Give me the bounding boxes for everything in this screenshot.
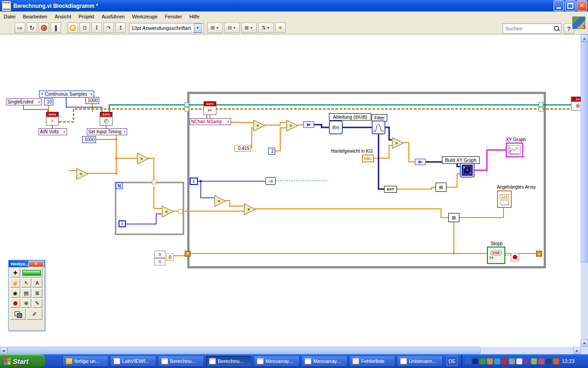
- distribute-objects-dropdown[interactable]: ⊟▼: [224, 23, 240, 33]
- run-button[interactable]: ⇨: [15, 23, 25, 33]
- scroll-left-button[interactable]: ◄: [0, 347, 7, 354]
- to-extended-precision-node[interactable]: EXT: [384, 186, 397, 193]
- while-loop-iteration-terminal[interactable]: i: [190, 178, 198, 185]
- datx-read-block[interactable]: DATX ✂: [204, 101, 216, 115]
- loop-condition-terminal[interactable]: [511, 253, 519, 261]
- horizontal-scroll-thumb[interactable]: [7, 347, 481, 354]
- tray-icon[interactable]: [509, 358, 515, 364]
- tray-icon[interactable]: [546, 358, 552, 364]
- tray-icon[interactable]: [516, 358, 522, 364]
- tool-scroll[interactable]: ≣: [32, 288, 42, 298]
- xy-graph-terminal[interactable]: [506, 143, 523, 157]
- tool-edit-text[interactable]: A: [32, 278, 42, 288]
- minimize-button[interactable]: [554, 0, 564, 11]
- tools-palette-close-button[interactable]: ✕: [28, 261, 44, 267]
- tray-icon[interactable]: [524, 358, 530, 364]
- constant-2[interactable]: 2: [268, 148, 275, 155]
- array-function-node[interactable]: ⊞: [448, 213, 459, 222]
- constant-10[interactable]: 10: [44, 98, 53, 105]
- notification-icon[interactable]: 1: [572, 17, 585, 29]
- tool-breakpoint[interactable]: [10, 299, 20, 308]
- block-diagram-canvas[interactable]: ⇕ Continuous Samples ▼ SingleEnded ▼ 10 …: [0, 34, 581, 347]
- constant-0415[interactable]: 0,415: [234, 145, 251, 152]
- step-over-button[interactable]: ↷: [103, 23, 114, 33]
- tool-operate-value[interactable]: ☝: [10, 278, 20, 288]
- align-objects-dropdown[interactable]: ⊞▼: [207, 23, 223, 33]
- title-bar[interactable]: Berechnung.vi Blockdiagramm * ✕: [0, 0, 588, 12]
- search-input[interactable]: [504, 25, 554, 32]
- multiply-node[interactable]: ×: [162, 206, 174, 218]
- vertical-scrollbar[interactable]: ▲ ▼: [581, 34, 588, 347]
- datx-ain-block[interactable]: DATX ✳: [46, 112, 59, 126]
- taskbar-item[interactable]: Messarray...: [301, 356, 347, 367]
- multiply-node[interactable]: ×: [137, 153, 149, 165]
- vertical-scroll-thumb[interactable]: [581, 42, 588, 263]
- tools-palette[interactable]: Werkze... ✕ ✚ ☝ ↖ A ◉ ▤ ≣ ⊕ ✎: [8, 260, 45, 331]
- close-button[interactable]: ✕: [577, 0, 587, 11]
- single-ended-ring[interactable]: SingleEnded ▼: [6, 98, 42, 105]
- array-function-node[interactable]: ⊞: [435, 183, 447, 192]
- cleanup-diagram-button[interactable]: ✶: [275, 23, 286, 33]
- array-indicator-terminal[interactable]: 123: [497, 190, 512, 208]
- build-xy-graph-express-vi[interactable]: [460, 163, 475, 178]
- tray-icon[interactable]: [494, 358, 500, 364]
- tray-icon[interactable]: [472, 358, 478, 364]
- taskbar-item[interactable]: Unbenann...: [397, 356, 443, 367]
- continuous-samples-ring[interactable]: ⇕ Continuous Samples ▼: [39, 91, 94, 98]
- multiply-node[interactable]: ×: [76, 168, 88, 180]
- pause-button[interactable]: ∥: [51, 23, 61, 33]
- set-input-timing-ring[interactable]: Set Input Timing ▼: [87, 128, 127, 135]
- highlight-execution-button[interactable]: [68, 23, 78, 33]
- step-out-button[interactable]: ↥: [115, 23, 126, 33]
- divide-node[interactable]: ×: [286, 120, 298, 132]
- tool-probe[interactable]: ⊕: [21, 299, 31, 308]
- shift-register-left[interactable]: ▼: [185, 251, 191, 257]
- scroll-right-button[interactable]: ►: [573, 347, 581, 354]
- datx-clear-block[interactable]: DA ⊗: [571, 97, 581, 110]
- menu-projekt[interactable]: Projekt: [75, 12, 98, 21]
- tool-set-color[interactable]: [10, 309, 26, 320]
- ain-volts-ring[interactable]: AIN Volts ▼: [39, 128, 67, 135]
- convert-to-dynamic-icon[interactable]: ▮▶: [415, 159, 426, 165]
- tool-shortcut-menu[interactable]: ▤: [21, 288, 31, 298]
- menu-werkzeuge[interactable]: Werkzeuge: [128, 12, 161, 21]
- tool-auto-led[interactable]: [21, 268, 42, 277]
- multiply-node[interactable]: ×: [253, 120, 265, 132]
- tray-icon[interactable]: [480, 358, 486, 364]
- tray-icon[interactable]: [553, 358, 559, 364]
- for-loop-iteration-terminal[interactable]: i: [119, 220, 126, 227]
- taskbar-item[interactable]: Messarray...: [254, 356, 300, 367]
- constant-1000-top[interactable]: 1000: [85, 97, 99, 104]
- taskbar-item[interactable]: fertige un...: [62, 356, 108, 367]
- tool-connect-wire[interactable]: ◉: [10, 288, 20, 298]
- retain-wire-values-button[interactable]: ⊡: [79, 23, 90, 33]
- multiply-node[interactable]: ×: [392, 137, 404, 149]
- abort-button[interactable]: [39, 23, 49, 33]
- step-into-button[interactable]: ↧: [91, 23, 102, 33]
- stop-button-terminal[interactable]: STOP TF: [487, 247, 505, 264]
- dbl-control-terminal[interactable]: DBL: [362, 155, 374, 162]
- taskbar-item-active[interactable]: Berechnu...: [206, 356, 252, 367]
- derivative-express-vi[interactable]: ∫f(x): [329, 121, 343, 134]
- restore-button[interactable]: [565, 0, 576, 11]
- constant-1000-left[interactable]: 1000: [82, 136, 96, 143]
- menu-bearbeiten[interactable]: Bearbeiten: [19, 12, 51, 21]
- taskbar-item[interactable]: LabVIEWf...: [110, 356, 156, 367]
- nchan-nsamp-ring[interactable]: NChan NSamp ▼: [190, 118, 231, 125]
- datx-timing-block[interactable]: DATX ◴: [100, 112, 113, 126]
- array-index-box[interactable]: 0: [154, 251, 165, 258]
- taskbar-item[interactable]: Fehlerliste: [349, 356, 395, 367]
- menu-ansicht[interactable]: Ansicht: [51, 12, 75, 21]
- taskbar-item[interactable]: Berechnu...: [158, 356, 204, 367]
- menu-hilfe[interactable]: Hilfe: [186, 12, 203, 21]
- reorder-dropdown[interactable]: ⇅▼: [258, 23, 274, 33]
- run-continuous-button[interactable]: ↻: [27, 23, 37, 33]
- tool-auto-select[interactable]: ✚: [10, 268, 20, 277]
- tray-icon[interactable]: [465, 358, 471, 364]
- menu-fenster[interactable]: Fenster: [161, 12, 186, 21]
- tool-position[interactable]: ↖: [21, 278, 31, 288]
- equal-to-zero-node[interactable]: =0: [266, 177, 276, 185]
- language-indicator[interactable]: DE: [447, 356, 458, 366]
- scroll-up-button[interactable]: ▲: [581, 34, 588, 42]
- tray-icon[interactable]: [487, 358, 493, 364]
